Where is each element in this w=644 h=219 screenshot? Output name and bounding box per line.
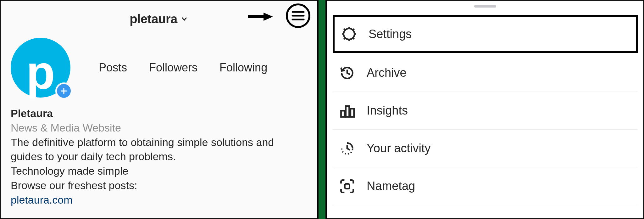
followers-stat[interactable]: Followers xyxy=(149,61,197,74)
menu-label: Insights xyxy=(367,104,408,117)
avatar-letter: p xyxy=(26,49,55,96)
menu-list: Settings Archive Insights xyxy=(327,15,643,205)
scan-icon xyxy=(339,178,355,194)
menu-button[interactable] xyxy=(286,3,311,28)
avatar[interactable]: p xyxy=(11,38,70,98)
menu-label: Nametag xyxy=(367,179,415,193)
drag-handle[interactable] xyxy=(474,5,496,8)
menu-item-settings[interactable]: Settings xyxy=(333,15,638,53)
menu-item-insights[interactable]: Insights xyxy=(333,92,638,130)
add-story-badge[interactable] xyxy=(55,82,72,99)
svg-rect-17 xyxy=(351,109,354,117)
menu-item-nametag[interactable]: Nametag xyxy=(333,167,638,205)
bars-icon xyxy=(339,103,355,119)
bio-line-1: The definitive platform to obtaining sim… xyxy=(11,135,307,163)
profile-panel: pletaura p Posts Followers xyxy=(0,0,318,219)
bio-link[interactable]: pletaura.com xyxy=(11,193,307,207)
bio-block: Pletaura News & Media Website The defini… xyxy=(11,106,307,207)
panel-divider xyxy=(318,0,326,219)
username-label[interactable]: pletaura xyxy=(130,12,177,26)
bio-line-2: Technology made simple xyxy=(11,164,307,178)
chevron-down-icon[interactable] xyxy=(180,15,188,23)
display-name: Pletaura xyxy=(11,106,307,120)
history-icon xyxy=(339,65,355,81)
svg-rect-15 xyxy=(341,111,345,117)
activity-icon xyxy=(339,140,355,157)
posts-stat[interactable]: Posts xyxy=(99,61,127,74)
svg-rect-18 xyxy=(345,184,349,188)
bio-line-3: Browse our freshest posts: xyxy=(11,178,307,192)
menu-item-activity[interactable]: Your activity xyxy=(333,130,638,167)
following-stat[interactable]: Following xyxy=(219,61,267,74)
category-label: News & Media Website xyxy=(11,121,307,135)
profile-row: p Posts Followers Following xyxy=(11,38,307,98)
gear-icon xyxy=(341,26,357,42)
menu-item-archive[interactable]: Archive xyxy=(333,54,638,92)
menu-label: Settings xyxy=(369,27,412,41)
stats-row: Posts Followers Following xyxy=(99,61,267,74)
menu-label: Your activity xyxy=(367,142,430,155)
svg-rect-16 xyxy=(346,106,349,117)
menu-panel: Settings Archive Insights xyxy=(326,0,644,219)
svg-marker-1 xyxy=(264,13,273,21)
arrow-callout-icon xyxy=(248,12,273,21)
menu-label: Archive xyxy=(367,66,407,80)
